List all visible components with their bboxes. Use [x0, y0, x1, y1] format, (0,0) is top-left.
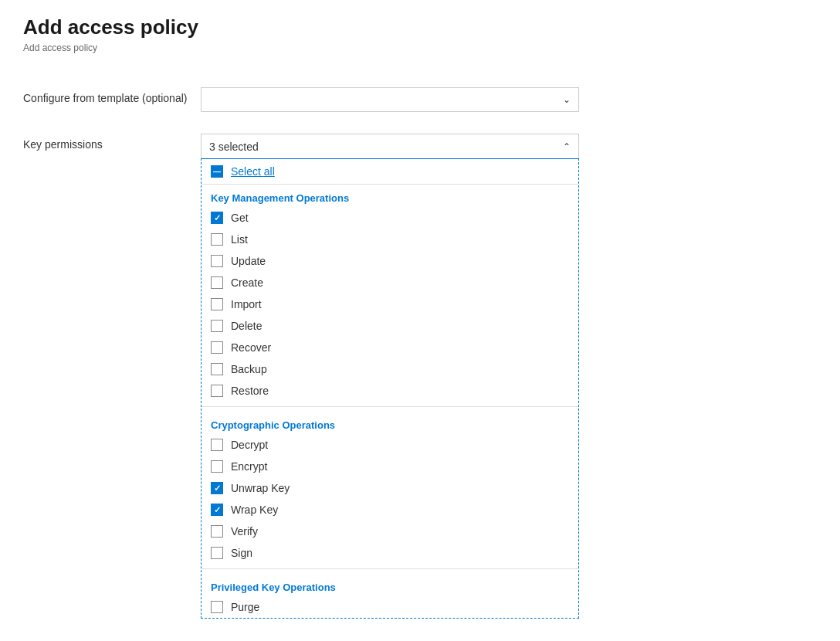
recover-label: Recover — [231, 341, 271, 354]
unwrap-key-checkbox[interactable] — [211, 482, 223, 494]
purge-label: Purge — [231, 601, 259, 613]
import-label: Import — [231, 298, 262, 310]
verify-checkbox[interactable] — [211, 525, 223, 538]
section-divider-2 — [202, 568, 578, 569]
list-item[interactable]: Purge — [202, 596, 578, 618]
list-item[interactable]: Sign — [202, 542, 578, 564]
sign-label: Sign — [231, 547, 252, 559]
key-permissions-control: 3 selected ⌃ Select all Key Management O… — [201, 134, 587, 619]
restore-label: Restore — [231, 385, 269, 397]
update-label: Update — [231, 255, 266, 267]
wrap-key-label: Wrap Key — [231, 504, 278, 516]
list-label: List — [231, 233, 248, 246]
list-item[interactable]: Restore — [202, 380, 578, 402]
decrypt-checkbox[interactable] — [211, 439, 223, 451]
section-divider — [202, 406, 578, 407]
configure-template-row: Configure from template (optional) ⌄ — [23, 76, 817, 123]
key-management-header: Key Management Operations — [202, 185, 578, 207]
key-permissions-dropdown-panel: Select all Key Management Operations Get… — [201, 158, 579, 619]
list-item[interactable]: List — [202, 229, 578, 250]
backup-label: Backup — [231, 363, 267, 375]
list-checkbox[interactable] — [211, 233, 223, 246]
configure-template-label: Configure from template (optional) — [23, 87, 201, 104]
update-checkbox[interactable] — [211, 255, 223, 267]
secret-permissions-row: Secret permissions — [23, 629, 817, 641]
encrypt-label: Encrypt — [231, 460, 267, 473]
page-title: Add access policy — [23, 15, 817, 39]
privileged-header: Privileged Key Operations — [202, 574, 578, 596]
sign-checkbox[interactable] — [211, 547, 223, 559]
list-item[interactable]: Create — [202, 272, 578, 293]
template-dropdown-arrow: ⌄ — [563, 94, 571, 105]
key-permissions-arrow: ⌃ — [563, 141, 571, 152]
list-item[interactable]: Import — [202, 293, 578, 315]
delete-checkbox[interactable] — [211, 320, 223, 332]
list-item[interactable]: Unwrap Key — [202, 477, 578, 499]
list-item[interactable]: Backup — [202, 358, 578, 380]
get-checkbox[interactable] — [211, 212, 223, 224]
create-checkbox[interactable] — [211, 276, 223, 289]
key-permissions-label: Key permissions — [23, 134, 201, 151]
create-label: Create — [231, 276, 263, 289]
key-permissions-row: Key permissions 3 selected ⌃ Select all … — [23, 123, 817, 629]
key-permissions-selected-count: 3 selected — [209, 141, 259, 153]
wrap-key-checkbox[interactable] — [211, 504, 223, 516]
list-item[interactable]: Verify — [202, 521, 578, 542]
select-all-link[interactable]: all — [264, 165, 275, 178]
list-item[interactable]: Get — [202, 207, 578, 229]
configure-template-control: ⌄ — [201, 87, 587, 112]
purge-checkbox[interactable] — [211, 601, 223, 613]
cryptographic-header: Cryptographic Operations — [202, 412, 578, 434]
delete-label: Delete — [231, 320, 262, 332]
list-item[interactable]: Decrypt — [202, 434, 578, 456]
recover-checkbox[interactable] — [211, 341, 223, 354]
verify-label: Verify — [231, 525, 258, 538]
select-all-checkbox[interactable] — [211, 165, 223, 178]
restore-checkbox[interactable] — [211, 385, 223, 397]
configure-template-dropdown[interactable]: ⌄ — [201, 87, 579, 112]
form-section: Configure from template (optional) ⌄ Key… — [23, 76, 817, 641]
list-item[interactable]: Update — [202, 250, 578, 272]
select-all-label: Select all — [231, 165, 275, 178]
import-checkbox[interactable] — [211, 298, 223, 310]
select-all-row: Select all — [202, 159, 578, 185]
key-permissions-dropdown-trigger[interactable]: 3 selected ⌃ — [201, 134, 579, 158]
unwrap-key-label: Unwrap Key — [231, 482, 290, 494]
list-item[interactable]: Wrap Key — [202, 499, 578, 521]
list-item[interactable]: Delete — [202, 315, 578, 337]
list-item[interactable]: Encrypt — [202, 456, 578, 477]
encrypt-checkbox[interactable] — [211, 460, 223, 473]
backup-checkbox[interactable] — [211, 363, 223, 375]
breadcrumb: Add access policy — [23, 42, 817, 53]
get-label: Get — [231, 212, 249, 224]
decrypt-label: Decrypt — [231, 439, 268, 451]
list-item[interactable]: Recover — [202, 337, 578, 358]
